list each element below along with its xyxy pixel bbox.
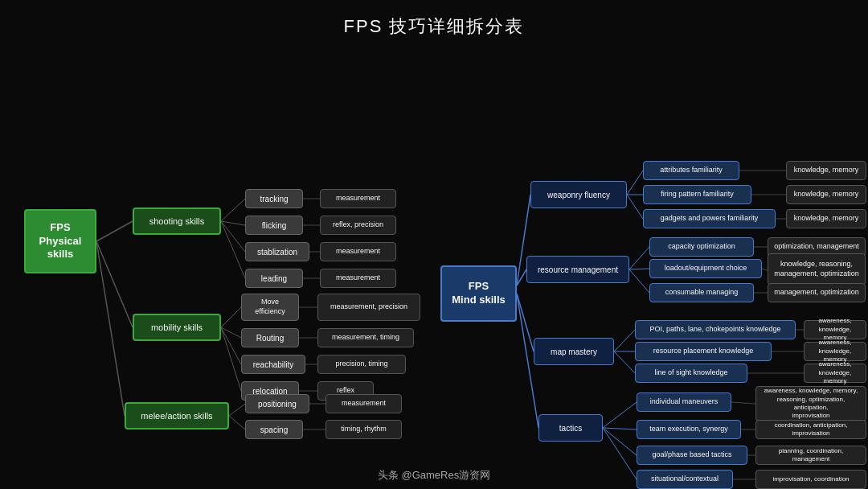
svg-line-14	[221, 327, 241, 391]
svg-line-1	[96, 241, 133, 327]
svg-line-4	[221, 221, 245, 225]
svg-line-34	[629, 269, 649, 269]
svg-line-33	[629, 247, 649, 269]
routing-node: Routing	[241, 328, 299, 347]
loadout-detail: knowledge, reasoning, management, optimi…	[768, 253, 866, 286]
svg-line-29	[627, 195, 643, 219]
gadgets-powers-node: gadgets and powers familiarity	[643, 209, 776, 228]
fps-mind-skills-node: FPS Mind skills	[440, 265, 517, 322]
svg-line-46	[603, 428, 637, 429]
positioning-detail: measurement	[326, 394, 402, 413]
svg-line-20	[229, 416, 245, 429]
tracking-detail: measurement	[320, 189, 396, 208]
svg-line-19	[229, 404, 245, 416]
svg-line-2	[96, 241, 125, 416]
resource-placement-node: resource placement knowledge	[635, 342, 772, 361]
leading-detail: measurement	[320, 269, 396, 288]
poi-detail: awareness, knowledge, memory	[804, 320, 866, 339]
team-execution-detail: coordination, anticipation, improvisatio…	[755, 420, 866, 439]
svg-line-5	[221, 221, 245, 252]
fps-physical-skills-node: FPS Physical skills	[24, 209, 96, 273]
svg-line-24	[517, 269, 526, 286]
svg-line-25	[517, 294, 534, 351]
watermark: 头条 @GameRes游资网	[0, 468, 868, 483]
svg-line-47	[603, 428, 637, 455]
svg-line-11	[221, 307, 241, 327]
goal-phase-detail: planning, coordination, management	[755, 446, 866, 465]
individual-maneuvers-detail: awareness, knowledge, memory, reasoning,…	[755, 386, 866, 421]
leading-node: leading	[245, 269, 303, 288]
team-execution-node: team execution, synergy	[637, 420, 741, 439]
individual-maneuvers-node: individual maneuvers	[637, 392, 731, 412]
svg-line-12	[221, 327, 241, 338]
line-of-sight-node: line of sight knowledge	[635, 364, 747, 383]
loadout-choice-node: loadout/equipment choice	[649, 259, 762, 278]
flicking-node: flicking	[245, 216, 303, 235]
page-title: FPS 技巧详细拆分表	[0, 0, 868, 39]
svg-line-27	[627, 171, 643, 195]
firing-pattern-node: firing pattern familiarity	[643, 185, 751, 204]
svg-line-41	[614, 351, 635, 373]
flicking-detail: reflex, precision	[320, 216, 396, 235]
goal-phase-tactics-node: goal/phase based tactics	[637, 446, 747, 465]
tracking-node: tracking	[245, 189, 303, 208]
move-efficiency-detail: measurement, precision	[317, 294, 420, 321]
melee-skills-node: melee/action skills	[125, 402, 229, 429]
mobility-skills-node: mobility skills	[133, 314, 221, 341]
tactics-node: tactics	[538, 414, 603, 442]
svg-line-37	[762, 269, 768, 270]
diagram: FPS Physical skills shooting skills mobi…	[0, 48, 868, 483]
svg-line-0	[96, 221, 133, 241]
spacing-detail: timing, rhythm	[326, 420, 402, 439]
shooting-skills-node: shooting skills	[133, 208, 221, 235]
routing-detail: measurement, timing	[317, 328, 414, 347]
positioning-node: positioning	[245, 394, 309, 413]
svg-line-45	[603, 402, 637, 428]
resource-management-node: resource management	[526, 256, 629, 283]
poi-paths-node: POI, paths, lane, chokepoints knowledge	[635, 320, 796, 339]
consumable-detail: management, optimization	[768, 283, 866, 302]
reachability-node: reachability	[241, 355, 305, 374]
svg-line-3	[221, 199, 245, 221]
move-efficiency-node: Move efficiency	[241, 294, 299, 321]
consumable-node: consumable managing	[649, 283, 754, 302]
reachability-detail: precision, timing	[317, 355, 406, 374]
svg-line-35	[629, 269, 649, 293]
capacity-optimization-node: capacity optimization	[649, 237, 754, 257]
attributes-familiarity-node: attributes familiarity	[643, 161, 739, 180]
spacing-node: spacing	[245, 420, 303, 439]
line-of-sight-detail: awareness, knowledge, memory	[804, 364, 866, 383]
svg-line-13	[221, 327, 241, 364]
resource-placement-detail: awareness, knowledge, memory	[804, 342, 866, 361]
svg-line-6	[221, 221, 245, 278]
attributes-detail: knowledge, memory	[786, 161, 866, 180]
svg-line-39	[614, 330, 635, 351]
gadgets-detail: knowledge, memory	[786, 209, 866, 228]
stabilization-node: stablization	[245, 242, 309, 261]
svg-line-49	[731, 402, 755, 404]
weaponry-fluency-node: weaponry fluency	[530, 181, 627, 208]
stabilization-detail: measurement	[320, 242, 396, 261]
map-mastery-node: map mastery	[534, 338, 614, 365]
firing-detail: knowledge, memory	[786, 185, 866, 204]
